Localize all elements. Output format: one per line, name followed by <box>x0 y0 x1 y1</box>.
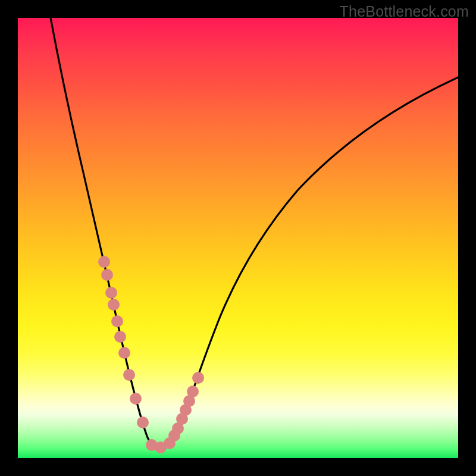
dot <box>108 299 120 311</box>
dot <box>101 269 113 281</box>
highlight-dots <box>98 256 204 453</box>
dot <box>137 416 149 428</box>
dot <box>111 315 123 327</box>
dot <box>130 393 142 405</box>
dot <box>114 331 126 343</box>
curve-path <box>51 18 458 446</box>
dot <box>98 256 110 268</box>
bottleneck-curve <box>18 18 458 458</box>
plot-area <box>18 18 458 458</box>
dot <box>105 287 117 299</box>
dot <box>187 386 199 397</box>
dot <box>192 372 204 384</box>
dot <box>118 347 130 359</box>
dot <box>123 369 135 381</box>
chart-frame: TheBottleneck.com <box>0 0 476 476</box>
